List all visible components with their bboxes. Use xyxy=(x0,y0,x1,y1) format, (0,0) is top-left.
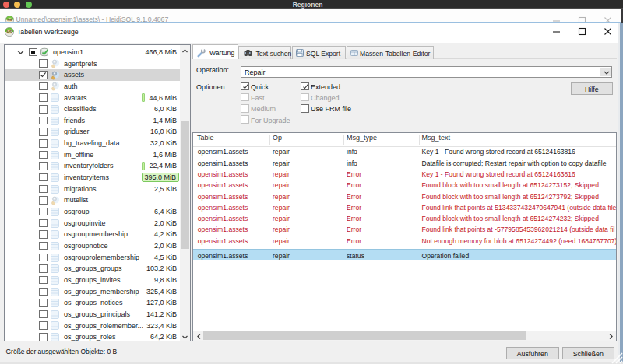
svg-text:HS: HS xyxy=(6,30,11,34)
